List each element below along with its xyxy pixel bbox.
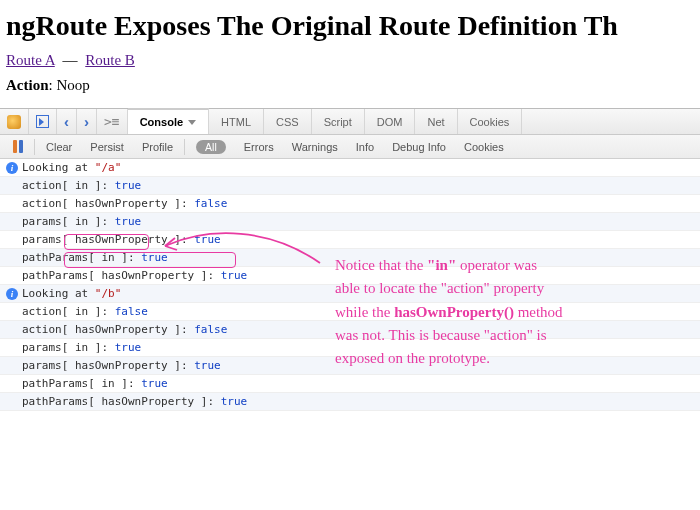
log-text: pathParams[ in ]: true [20, 251, 168, 264]
log-text: params[ hasOwnProperty ]: true [20, 359, 221, 372]
action-line: Action: Noop [6, 77, 694, 94]
row-gutter: i [4, 288, 20, 300]
log-text: params[ in ]: true [20, 215, 141, 228]
route-b-link[interactable]: Route B [85, 52, 135, 68]
log-text: Looking at "/b" [20, 287, 121, 300]
inspect-icon[interactable] [29, 109, 57, 134]
filter-all[interactable]: All [187, 135, 235, 158]
back-button[interactable]: ‹ [57, 109, 77, 134]
log-text: action[ hasOwnProperty ]: false [20, 323, 227, 336]
info-icon: i [6, 288, 18, 300]
link-separator: — [59, 52, 82, 68]
route-a-link[interactable]: Route A [6, 52, 55, 68]
chevron-down-icon [188, 120, 196, 125]
persist-button[interactable]: Persist [81, 135, 133, 158]
log-text: params[ hasOwnProperty ]: true [20, 233, 221, 246]
annotation-text: Notice that the "in" operator was able t… [335, 254, 665, 370]
tab-script[interactable]: Script [312, 109, 365, 134]
log-text: pathParams[ hasOwnProperty ]: true [20, 395, 247, 408]
tab-cookies[interactable]: Cookies [458, 109, 523, 134]
log-text: Looking at "/a" [20, 161, 121, 174]
row-gutter: i [4, 162, 20, 174]
console-log-row: params[ hasOwnProperty ]: true [0, 231, 700, 249]
console-log-row: action[ in ]: true [0, 177, 700, 195]
devtools-toolbar: ‹ › >≡ Console HTML CSS Script DOM Net C… [0, 109, 700, 135]
clear-button[interactable]: Clear [37, 135, 81, 158]
filter-debug-info[interactable]: Debug Info [383, 135, 455, 158]
tab-console-label: Console [140, 116, 183, 128]
info-icon: i [6, 162, 18, 174]
log-text: pathParams[ hasOwnProperty ]: true [20, 269, 247, 282]
break-toggle-icon[interactable] [4, 135, 32, 158]
profile-button[interactable]: Profile [133, 135, 182, 158]
route-links: Route A — Route B [6, 52, 694, 69]
action-label: Action [6, 77, 49, 93]
tab-html[interactable]: HTML [209, 109, 264, 134]
tab-dom[interactable]: DOM [365, 109, 416, 134]
filter-cookies[interactable]: Cookies [455, 135, 513, 158]
firebug-icon[interactable] [0, 109, 29, 134]
filter-info[interactable]: Info [347, 135, 383, 158]
log-text: action[ in ]: false [20, 305, 148, 318]
tab-net[interactable]: Net [415, 109, 457, 134]
page-title: ngRoute Exposes The Original Route Defin… [6, 10, 694, 42]
forward-button[interactable]: › [77, 109, 97, 134]
filter-warnings[interactable]: Warnings [283, 135, 347, 158]
console-log-row: pathParams[ hasOwnProperty ]: true [0, 393, 700, 411]
log-text: pathParams[ in ]: true [20, 377, 168, 390]
log-text: action[ hasOwnProperty ]: false [20, 197, 227, 210]
console-log-row: action[ hasOwnProperty ]: false [0, 195, 700, 213]
tab-console[interactable]: Console [128, 108, 209, 134]
console-log-row: pathParams[ in ]: true [0, 375, 700, 393]
console-log-row: params[ in ]: true [0, 213, 700, 231]
filter-errors[interactable]: Errors [235, 135, 283, 158]
log-text: action[ in ]: true [20, 179, 141, 192]
command-line-icon[interactable]: >≡ [97, 109, 128, 134]
console-subbar: Clear Persist Profile All Errors Warning… [0, 135, 700, 159]
tab-css[interactable]: CSS [264, 109, 312, 134]
console-info-row: iLooking at "/a" [0, 159, 700, 177]
log-text: params[ in ]: true [20, 341, 141, 354]
action-value: Noop [56, 77, 89, 93]
